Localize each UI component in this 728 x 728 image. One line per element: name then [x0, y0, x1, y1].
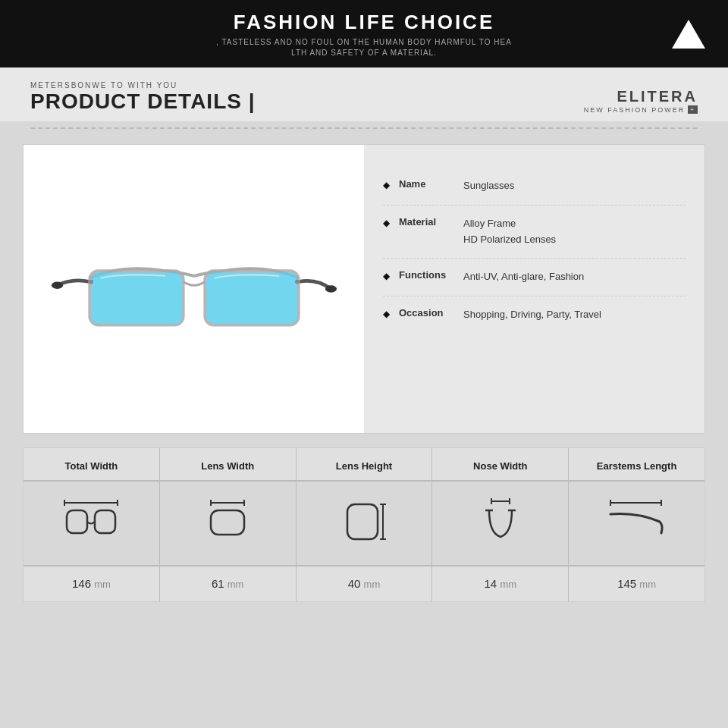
measure-label-total-width: Total Width [65, 460, 118, 472]
measure-value-total-width: 146 [72, 577, 94, 590]
svg-rect-14 [211, 510, 244, 535]
detail-value-material: Alloy FrameHD Polarized Lenses [463, 216, 556, 248]
svg-rect-3 [205, 271, 299, 325]
measure-value-col-lens-height: 40 mm [297, 566, 433, 601]
measure-label-lens-width: Lens Width [201, 460, 254, 472]
detail-value-functions: Anti-UV, Anti-glare, Fashion [463, 269, 584, 285]
detail-row-name: ◆ Name Sunglasses [383, 168, 686, 206]
total-width-icon [61, 495, 121, 541]
header-subtitle: , TASTELESS AND NO FOUL ON THE HUMAN BOD… [8, 37, 720, 58]
measure-label-lens-height: Lens Height [336, 460, 392, 472]
product-card: ◆ Name Sunglasses ◆ Material Alloy Frame… [23, 144, 705, 434]
brand-left: METERSBONWE TO WITH YOU PRODUCT DETAILS … [30, 81, 256, 114]
measure-col-total-width: Total Width [24, 448, 160, 480]
diamond-icon-3: ◆ [383, 271, 390, 281]
brand-section: METERSBONWE TO WITH YOU PRODUCT DETAILS … [0, 67, 728, 121]
measurements-header: Total Width Lens Width Lens Height Nose … [24, 448, 704, 482]
main-content: ◆ Name Sunglasses ◆ Material Alloy Frame… [0, 129, 728, 617]
detail-row-material: ◆ Material Alloy FrameHD Polarized Lense… [383, 206, 686, 259]
header-title: FASHION LIFE CHOICE [8, 11, 720, 34]
brand-name: ELITERA [584, 88, 698, 105]
detail-value-occasion: Shopping, Driving, Party, Travel [463, 307, 601, 323]
nose-width-icon [478, 495, 523, 541]
page-header: FASHION LIFE CHOICE , TASTELESS AND NO F… [0, 0, 728, 67]
svg-point-5 [295, 280, 300, 284]
earstems-icon [607, 495, 667, 541]
detail-label-functions: Functions [399, 269, 463, 281]
measure-label-earstems: Earstems Length [597, 460, 676, 472]
measure-value-earstems: 145 [617, 577, 639, 590]
diamond-icon-2: ◆ [383, 218, 390, 228]
measure-icon-lens-width [160, 482, 297, 565]
brand-main-title: PRODUCT DETAILS | [30, 89, 256, 114]
svg-rect-18 [347, 504, 378, 539]
measure-col-lens-height: Lens Height [297, 448, 433, 480]
detail-label-name: Name [399, 178, 463, 190]
svg-point-0 [51, 282, 62, 290]
measure-icon-total-width [24, 482, 160, 565]
measure-value-col-lens-width: 61 mm [160, 566, 297, 601]
product-image-section [24, 145, 364, 433]
measure-icon-earstems [569, 482, 704, 565]
measure-col-lens-width: Lens Width [160, 448, 297, 480]
brand-right: ELITERA NEW FASHION POWER + [584, 88, 698, 114]
detail-value-name: Sunglasses [463, 178, 514, 194]
diamond-icon-4: ◆ [383, 309, 390, 319]
glasses-illustration [50, 213, 338, 365]
product-details-section: ◆ Name Sunglasses ◆ Material Alloy Frame… [364, 145, 704, 433]
svg-rect-10 [95, 510, 115, 533]
measure-icons-row [24, 482, 704, 566]
measure-values-row: 146 mm 61 mm 40 mm 14 mm 145 mm [24, 566, 704, 601]
detail-label-occasion: Occasion [399, 307, 463, 318]
lens-height-icon [341, 495, 387, 548]
triangle-decoration [672, 20, 705, 49]
measure-col-nose-width: Nose Width [432, 448, 569, 480]
diamond-icon: ◆ [383, 180, 390, 190]
svg-point-4 [89, 280, 93, 284]
measure-value-lens-height: 40 [348, 577, 364, 590]
measure-value-lens-width: 61 [212, 577, 228, 590]
product-image [46, 198, 341, 380]
measure-col-earstems: Earstems Length [569, 448, 704, 480]
lens-width-icon [205, 495, 250, 541]
measure-label-nose-width: Nose Width [473, 460, 527, 472]
brand-sub-title: METERSBONWE TO WITH YOU [30, 81, 256, 89]
brand-tagline: NEW FASHION POWER + [584, 105, 698, 114]
svg-rect-2 [89, 271, 184, 325]
detail-row-functions: ◆ Functions Anti-UV, Anti-glare, Fashion [383, 259, 686, 297]
svg-rect-9 [67, 510, 87, 533]
measure-icon-nose-width [432, 482, 569, 565]
measure-value-col-earstems: 145 mm [569, 566, 704, 601]
measure-value-col-total-width: 146 mm [24, 566, 160, 601]
detail-row-occasion: ◆ Occasion Shopping, Driving, Party, Tra… [383, 297, 686, 334]
measure-value-col-nose-width: 14 mm [432, 566, 569, 601]
measure-value-nose-width: 14 [485, 577, 500, 590]
measure-icon-lens-height [297, 482, 433, 565]
measurements-section: Total Width Lens Width Lens Height Nose … [23, 447, 705, 602]
detail-label-material: Material [399, 216, 463, 228]
svg-point-1 [325, 285, 336, 293]
